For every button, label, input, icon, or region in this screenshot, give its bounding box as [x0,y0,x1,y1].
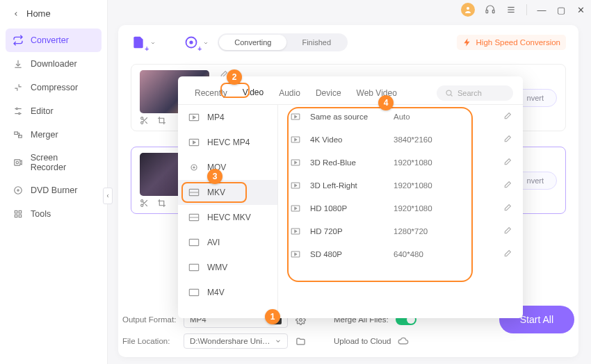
converter-icon [13,35,24,46]
format-label: MKV [207,188,225,197]
headset-icon[interactable] [485,4,496,15]
video-file-icon [188,213,200,222]
resolution-item[interactable]: 4K Video3840*2160 [278,128,523,151]
folder-icon[interactable] [295,336,306,347]
svg-marker-58 [295,184,297,187]
sidebar-item-tools[interactable]: Tools [6,202,102,226]
search-placeholder: Search [458,89,482,97]
add-disc-button[interactable]: + [184,35,199,50]
callout-2: 2 [227,69,242,85]
scissors-icon[interactable] [140,199,149,208]
sidebar-item-dvd-burner[interactable]: DVD Burner [6,179,102,202]
chevron-down-icon [275,338,282,345]
callout-3: 3 [207,169,222,184]
avatar[interactable] [461,3,475,17]
sidebar-nav: Converter Downloader Compressor Editor M… [0,26,107,229]
chevron-left-icon [13,10,19,17]
resolution-dim: 1920*1080 [394,204,503,213]
resolution-item[interactable]: 3D Red-Blue1920*1080 [278,151,523,174]
format-mov[interactable]: MOV [178,155,277,180]
window-minimize[interactable]: — [537,5,547,15]
sidebar-item-compressor[interactable]: Compressor [6,76,102,99]
tab-recently[interactable]: Recently [188,83,234,104]
svg-rect-1 [486,10,488,13]
window-maximize[interactable]: ▢ [556,5,566,15]
menu-icon[interactable] [505,4,517,15]
svg-rect-15 [15,160,20,165]
tab-audio[interactable]: Audio [272,83,307,104]
format-avi[interactable]: AVI [178,230,277,255]
tab-finished[interactable]: Finished [286,35,346,50]
sidebar-item-label: Screen Recorder [31,153,95,172]
edit-preset-icon[interactable] [503,112,512,121]
bolt-icon [462,38,472,47]
format-wmv[interactable]: WMV [178,255,277,280]
format-picker: Recently Video Audio Device Web Video Se… [178,76,523,318]
tab-converting[interactable]: Converting [219,35,286,50]
svg-point-36 [446,90,451,95]
format-label: HEVC MP4 [207,138,250,147]
back-home[interactable]: Home [0,3,107,26]
crop-icon[interactable] [157,199,166,208]
resolution-item[interactable]: HD 720P1280*720 [278,220,523,242]
crop-icon[interactable] [157,116,166,125]
format-hevc-mkv[interactable]: HEVC MKV [178,205,277,230]
resolution-item[interactable]: HD 1080P1920*1080 [278,197,523,220]
resolution-item[interactable]: Same as sourceAuto [278,105,523,128]
scissors-icon[interactable] [140,116,149,125]
svg-point-30 [141,200,143,202]
tab-webvideo[interactable]: Web Video [350,83,404,104]
sidebar-item-screen-recorder[interactable]: Screen Recorder [6,147,102,179]
high-speed-conversion[interactable]: High Speed Conversion [457,35,566,50]
sidebar-item-label: Downloader [31,59,77,69]
segmented-status[interactable]: Converting Finished [218,33,348,51]
format-mkv[interactable]: MKV [178,180,277,205]
resolution-name: 3D Left-Right [310,181,394,190]
sidebar-item-merger[interactable]: Merger [6,123,102,147]
resolution-name: SD 480P [310,250,394,258]
edit-preset-icon[interactable] [503,181,512,190]
edit-preset-icon[interactable] [503,249,512,258]
svg-rect-49 [189,264,198,270]
sidebar-item-downloader[interactable]: Downloader [6,52,102,76]
sidebar-item-editor[interactable]: Editor [6,99,102,123]
format-hevc-mp4[interactable]: HEVC MP4 [178,130,277,155]
svg-point-10 [19,113,20,114]
window-close[interactable]: ✕ [576,5,585,15]
resolution-item[interactable]: SD 480P640*480 [278,242,523,265]
search-input[interactable]: Search [437,85,513,101]
svg-rect-22 [19,215,22,217]
format-label: M4V [207,288,225,297]
edit-preset-icon[interactable] [503,158,512,167]
collapse-sidebar[interactable] [103,188,113,204]
svg-marker-56 [295,161,297,164]
play-icon [289,227,302,235]
svg-point-17 [15,187,22,195]
sidebar-item-label: Converter [31,35,69,45]
add-file-button[interactable]: + [131,35,146,50]
upload-label: Upload to Cloud [334,337,391,345]
svg-marker-52 [295,115,297,118]
format-label: WMV [207,263,227,272]
format-list: MP4 HEVC MP4 MOV MKV HEVC MKV AVI WMV M4… [178,105,278,318]
video-file-icon [188,288,200,297]
resolution-item[interactable]: 3D Left-Right1920*1080 [278,174,523,197]
hsc-label: High Speed Conversion [476,38,560,47]
sidebar-item-label: Merger [31,130,58,140]
svg-marker-64 [295,253,297,256]
home-label: Home [26,8,51,19]
file-location-select[interactable]: D:\Wondershare UniConverter 1 [184,333,288,349]
edit-preset-icon[interactable] [503,135,512,144]
sidebar-item-converter[interactable]: Converter [6,28,102,52]
resolution-name: 3D Red-Blue [310,158,394,167]
format-label: MP4 [207,113,225,122]
format-m4v[interactable]: M4V [178,280,277,305]
edit-preset-icon[interactable] [503,204,512,213]
sidebar: Home Converter Downloader Compressor Edi… [0,0,108,364]
cloud-icon[interactable] [398,336,409,347]
tab-device[interactable]: Device [309,83,348,104]
video-file-icon [188,188,200,197]
format-mp4[interactable]: MP4 [178,105,277,130]
edit-preset-icon[interactable] [503,226,512,235]
tab-video[interactable]: Video [236,82,270,104]
